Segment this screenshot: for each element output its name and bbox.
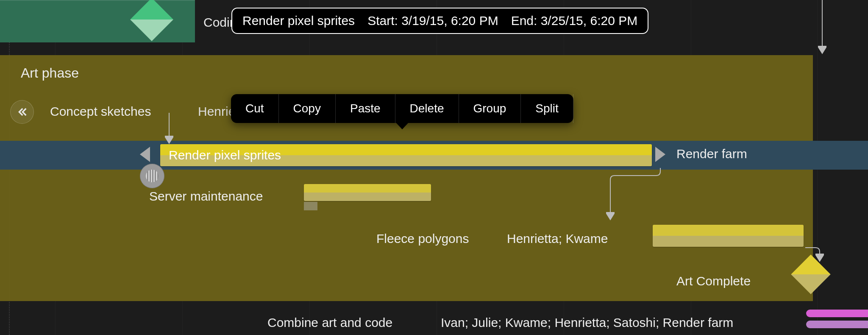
resize-handle-right[interactable] [655, 147, 665, 162]
milestone-art-complete-label: Art Complete [676, 274, 751, 288]
task-combine-label: Combine art and code [267, 315, 392, 330]
task-server-maintenance-progress [304, 202, 317, 210]
tooltip-start: Start: 3/19/15, 6:20 PM [367, 14, 498, 28]
task-render-sprites-right-label: Render farm [676, 147, 747, 161]
task-combine-resources: Ivan; Julie; Kwame; Henrietta; Satoshi; … [441, 315, 733, 330]
drag-knob[interactable] [140, 164, 164, 188]
context-menu-split[interactable]: Split [521, 94, 573, 123]
chevrons-left-icon [15, 105, 29, 119]
context-menu-tail [396, 123, 409, 129]
context-menu-cut[interactable]: Cut [231, 94, 279, 123]
task-fleece-polygons-label: Fleece polygons [376, 232, 469, 246]
context-menu-paste[interactable]: Paste [336, 94, 395, 123]
task-render-sprites-bar[interactable]: Render pixel sprites [160, 144, 652, 166]
gantt-canvas[interactable]: Coding Complete Art phase Concept sketch… [0, 0, 868, 335]
task-fleece-polygons-resources: Henrietta; Kwame [507, 232, 608, 246]
context-menu-copy[interactable]: Copy [279, 94, 336, 123]
task-concept-sketches-label: Concept sketches [50, 104, 151, 119]
task-server-maintenance-bar[interactable] [304, 184, 431, 201]
context-menu-delete[interactable]: Delete [395, 94, 459, 123]
phase-art-label: Art phase [21, 65, 79, 81]
grip-icon [146, 170, 159, 182]
context-menu: Cut Copy Paste Delete Group Split [231, 94, 573, 123]
task-render-sprites-label: Render pixel sprites [169, 148, 281, 162]
task-fleece-polygons-bar[interactable] [653, 225, 804, 247]
scroll-left-button[interactable] [10, 100, 34, 124]
resize-handle-left[interactable] [140, 147, 150, 162]
phase-art-block[interactable] [0, 55, 813, 301]
task-combine-bar-b[interactable] [806, 321, 868, 328]
task-info-tooltip: Render pixel sprites Start: 3/19/15, 6:2… [231, 8, 648, 34]
context-menu-group[interactable]: Group [459, 94, 521, 123]
task-combine-bar-a[interactable] [806, 310, 868, 317]
tooltip-task-name: Render pixel sprites [242, 14, 355, 28]
tooltip-end: End: 3/25/15, 6:20 PM [511, 14, 638, 28]
task-server-maintenance-label: Server maintenance [149, 189, 263, 204]
